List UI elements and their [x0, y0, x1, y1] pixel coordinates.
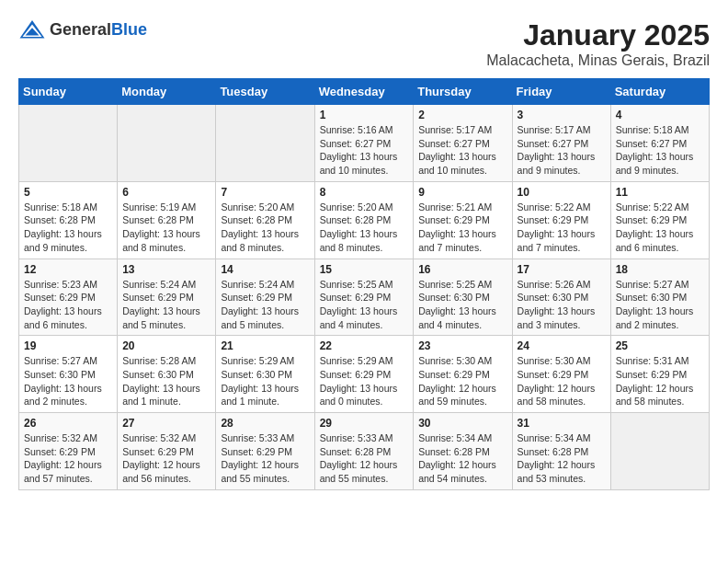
day-cell: 2Sunrise: 5:17 AM Sunset: 6:27 PM Daylig… [414, 105, 512, 182]
day-number: 23 [418, 339, 506, 352]
day-info: Sunrise: 5:18 AM Sunset: 6:28 PM Dayligh… [24, 201, 112, 255]
day-cell: 23Sunrise: 5:30 AM Sunset: 6:29 PM Dayli… [414, 336, 512, 413]
day-number: 9 [418, 186, 506, 199]
day-cell: 29Sunrise: 5:33 AM Sunset: 6:28 PM Dayli… [314, 413, 414, 490]
day-number: 21 [221, 339, 309, 352]
day-number: 31 [518, 417, 606, 430]
day-number: 6 [122, 186, 210, 199]
day-number: 26 [24, 417, 112, 430]
day-info: Sunrise: 5:33 AM Sunset: 6:28 PM Dayligh… [320, 431, 409, 486]
day-info: Sunrise: 5:17 AM Sunset: 6:27 PM Dayligh… [418, 123, 506, 178]
weekday-header-friday: Friday [512, 79, 610, 105]
week-row-2: 5Sunrise: 5:18 AM Sunset: 6:28 PM Daylig… [19, 181, 710, 259]
day-info: Sunrise: 5:16 AM Sunset: 6:27 PM Dayligh… [320, 123, 409, 178]
logo-text-general: General [50, 20, 111, 39]
day-number: 3 [518, 109, 606, 121]
day-number: 24 [518, 339, 606, 352]
day-cell: 18Sunrise: 5:27 AM Sunset: 6:30 PM Dayli… [610, 259, 709, 336]
day-cell: 11Sunrise: 5:22 AM Sunset: 6:29 PM Dayli… [610, 181, 709, 259]
day-cell: 4Sunrise: 5:18 AM Sunset: 6:27 PM Daylig… [610, 105, 709, 182]
main-title: January 2025 [486, 18, 710, 52]
page-header: GeneralBlue January 2025 Malacacheta, Mi… [18, 18, 710, 69]
day-cell: 26Sunrise: 5:32 AM Sunset: 6:29 PM Dayli… [19, 413, 118, 490]
day-info: Sunrise: 5:29 AM Sunset: 6:30 PM Dayligh… [221, 354, 309, 408]
day-number: 18 [616, 263, 704, 276]
day-cell: 12Sunrise: 5:23 AM Sunset: 6:29 PM Dayli… [19, 259, 118, 336]
day-number: 1 [320, 109, 409, 121]
day-cell [216, 105, 314, 182]
day-number: 2 [418, 109, 506, 121]
day-info: Sunrise: 5:26 AM Sunset: 6:30 PM Dayligh… [518, 278, 606, 332]
day-cell: 25Sunrise: 5:31 AM Sunset: 6:29 PM Dayli… [610, 336, 709, 413]
week-row-4: 19Sunrise: 5:27 AM Sunset: 6:30 PM Dayli… [19, 336, 710, 413]
logo: GeneralBlue [18, 18, 147, 41]
day-info: Sunrise: 5:29 AM Sunset: 6:29 PM Dayligh… [320, 354, 409, 408]
day-info: Sunrise: 5:22 AM Sunset: 6:29 PM Dayligh… [518, 201, 606, 255]
day-info: Sunrise: 5:24 AM Sunset: 6:29 PM Dayligh… [221, 278, 309, 332]
day-info: Sunrise: 5:22 AM Sunset: 6:29 PM Dayligh… [616, 201, 704, 255]
day-cell [118, 105, 216, 182]
day-number: 17 [518, 263, 606, 276]
weekday-header-saturday: Saturday [610, 79, 709, 105]
day-info: Sunrise: 5:20 AM Sunset: 6:28 PM Dayligh… [221, 201, 309, 255]
day-number: 14 [221, 263, 309, 276]
day-cell: 16Sunrise: 5:25 AM Sunset: 6:30 PM Dayli… [414, 259, 512, 336]
day-cell [19, 105, 118, 182]
day-number: 15 [320, 263, 409, 276]
day-number: 30 [418, 417, 506, 430]
day-cell: 22Sunrise: 5:29 AM Sunset: 6:29 PM Dayli… [314, 336, 414, 413]
day-info: Sunrise: 5:20 AM Sunset: 6:28 PM Dayligh… [320, 201, 409, 255]
day-number: 19 [24, 339, 112, 352]
title-area: January 2025 Malacacheta, Minas Gerais, … [486, 18, 710, 69]
day-info: Sunrise: 5:33 AM Sunset: 6:29 PM Dayligh… [221, 431, 309, 486]
day-number: 25 [616, 339, 704, 352]
day-number: 7 [221, 186, 309, 199]
weekday-header-thursday: Thursday [414, 79, 512, 105]
day-cell: 8Sunrise: 5:20 AM Sunset: 6:28 PM Daylig… [314, 181, 414, 259]
day-cell: 19Sunrise: 5:27 AM Sunset: 6:30 PM Dayli… [19, 336, 118, 413]
day-info: Sunrise: 5:34 AM Sunset: 6:28 PM Dayligh… [518, 431, 606, 486]
day-cell: 13Sunrise: 5:24 AM Sunset: 6:29 PM Dayli… [118, 259, 216, 336]
day-info: Sunrise: 5:19 AM Sunset: 6:28 PM Dayligh… [122, 201, 210, 255]
day-cell: 28Sunrise: 5:33 AM Sunset: 6:29 PM Dayli… [216, 413, 314, 490]
weekday-header-monday: Monday [118, 79, 216, 105]
day-number: 10 [518, 186, 606, 199]
day-cell: 31Sunrise: 5:34 AM Sunset: 6:28 PM Dayli… [512, 413, 610, 490]
day-cell: 6Sunrise: 5:19 AM Sunset: 6:28 PM Daylig… [118, 181, 216, 259]
day-number: 28 [221, 417, 309, 430]
day-cell: 20Sunrise: 5:28 AM Sunset: 6:30 PM Dayli… [118, 336, 216, 413]
day-cell: 7Sunrise: 5:20 AM Sunset: 6:28 PM Daylig… [216, 181, 314, 259]
day-number: 22 [320, 339, 409, 352]
day-cell: 30Sunrise: 5:34 AM Sunset: 6:28 PM Dayli… [414, 413, 512, 490]
day-number: 20 [122, 339, 210, 352]
logo-text-blue: Blue [111, 20, 147, 39]
day-info: Sunrise: 5:21 AM Sunset: 6:29 PM Dayligh… [418, 201, 506, 255]
week-row-3: 12Sunrise: 5:23 AM Sunset: 6:29 PM Dayli… [19, 259, 710, 336]
calendar: SundayMondayTuesdayWednesdayThursdayFrid… [18, 78, 710, 490]
day-info: Sunrise: 5:25 AM Sunset: 6:29 PM Dayligh… [320, 278, 409, 332]
day-cell: 5Sunrise: 5:18 AM Sunset: 6:28 PM Daylig… [19, 181, 118, 259]
day-info: Sunrise: 5:31 AM Sunset: 6:29 PM Dayligh… [616, 354, 704, 408]
day-info: Sunrise: 5:30 AM Sunset: 6:29 PM Dayligh… [418, 354, 506, 408]
subtitle: Malacacheta, Minas Gerais, Brazil [486, 52, 710, 69]
day-info: Sunrise: 5:23 AM Sunset: 6:29 PM Dayligh… [24, 278, 112, 332]
day-info: Sunrise: 5:25 AM Sunset: 6:30 PM Dayligh… [418, 278, 506, 332]
day-number: 11 [616, 186, 704, 199]
day-number: 5 [24, 186, 112, 199]
day-cell: 21Sunrise: 5:29 AM Sunset: 6:30 PM Dayli… [216, 336, 314, 413]
day-cell: 17Sunrise: 5:26 AM Sunset: 6:30 PM Dayli… [512, 259, 610, 336]
day-cell: 15Sunrise: 5:25 AM Sunset: 6:29 PM Dayli… [314, 259, 414, 336]
day-info: Sunrise: 5:27 AM Sunset: 6:30 PM Dayligh… [616, 278, 704, 332]
day-info: Sunrise: 5:30 AM Sunset: 6:29 PM Dayligh… [518, 354, 606, 408]
day-number: 12 [24, 263, 112, 276]
day-number: 27 [122, 417, 210, 430]
day-cell: 3Sunrise: 5:17 AM Sunset: 6:27 PM Daylig… [512, 105, 610, 182]
day-number: 8 [320, 186, 409, 199]
weekday-header-row: SundayMondayTuesdayWednesdayThursdayFrid… [19, 79, 710, 105]
week-row-5: 26Sunrise: 5:32 AM Sunset: 6:29 PM Dayli… [19, 413, 710, 490]
day-info: Sunrise: 5:18 AM Sunset: 6:27 PM Dayligh… [616, 123, 704, 178]
weekday-header-sunday: Sunday [19, 79, 118, 105]
day-number: 16 [418, 263, 506, 276]
day-info: Sunrise: 5:24 AM Sunset: 6:29 PM Dayligh… [122, 278, 210, 332]
day-info: Sunrise: 5:27 AM Sunset: 6:30 PM Dayligh… [24, 354, 112, 408]
